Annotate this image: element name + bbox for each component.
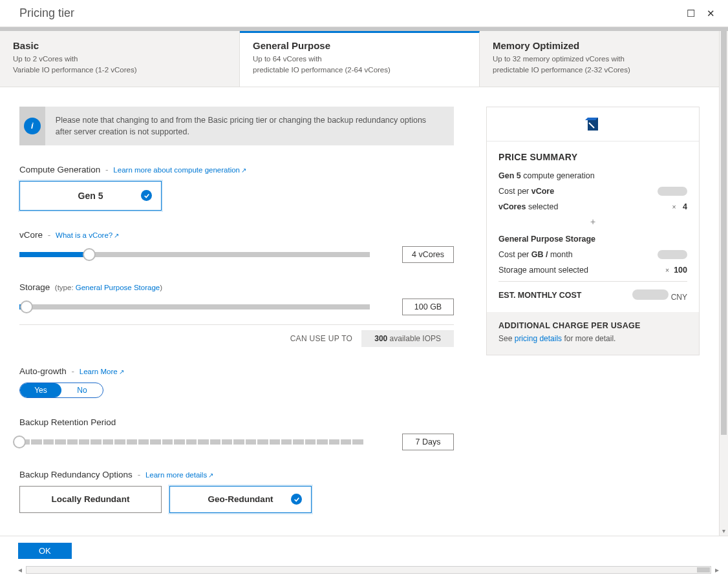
- checkmark-icon: [291, 494, 302, 505]
- autogrowth-label: Auto-growth: [19, 366, 67, 376]
- maximize-icon[interactable]: ☐: [687, 8, 695, 19]
- redacted-cost: [658, 187, 687, 196]
- redacted-cost: [632, 289, 669, 300]
- redundancy-section: Backup Redundancy Options - Learn more d…: [19, 470, 454, 513]
- ok-button[interactable]: OK: [18, 543, 72, 559]
- storage-slider[interactable]: [19, 304, 370, 309]
- info-text: Please note that changing to and from th…: [56, 107, 454, 145]
- vcore-help-link[interactable]: What is a vCore?↗: [56, 231, 119, 239]
- iops-indicator: CAN USE UP TO 300 available IOPS: [19, 324, 454, 347]
- pricing-details-link[interactable]: pricing details: [515, 334, 562, 343]
- close-icon[interactable]: ✕: [707, 8, 715, 19]
- vcore-slider[interactable]: [19, 252, 370, 257]
- autogrowth-toggle[interactable]: Yes No: [19, 383, 103, 398]
- retention-slider[interactable]: [19, 439, 370, 445]
- page-title: Pricing tier: [19, 6, 74, 20]
- retention-section: Backup Retention Period 7 Days: [19, 417, 454, 450]
- info-icon: i: [24, 118, 41, 134]
- database-icon: [585, 116, 601, 132]
- toggle-no[interactable]: No: [61, 383, 103, 397]
- compute-label: Compute Generation: [19, 165, 100, 174]
- storage-value[interactable]: 100 GB: [402, 299, 454, 315]
- checkmark-icon: [141, 190, 152, 201]
- tab-general-purpose[interactable]: General Purpose Up to 64 vCores with pre…: [240, 31, 480, 87]
- tab-general-title: General Purpose: [253, 40, 466, 51]
- gen5-option[interactable]: Gen 5: [19, 181, 162, 211]
- tier-tabs: Basic Up to 2 vCores with Variable IO pe…: [0, 31, 719, 87]
- tab-basic[interactable]: Basic Up to 2 vCores with Variable IO pe…: [0, 31, 240, 87]
- toggle-yes[interactable]: Yes: [20, 383, 61, 397]
- price-summary-card: PRICE SUMMARY Gen 5 compute generation C…: [486, 107, 700, 355]
- external-link-icon: ↗: [114, 232, 119, 239]
- storage-section: Storage (type: General Purpose Storage) …: [19, 282, 454, 347]
- additional-charge-title: ADDITIONAL CHARGE PER USAGE: [498, 321, 687, 330]
- external-link-icon: ↗: [208, 472, 213, 479]
- redundancy-learn-more-link[interactable]: Learn more details↗: [145, 471, 213, 479]
- vcore-section: vCore - What is a vCore?↗ 4 vCores: [19, 230, 454, 263]
- summary-title: PRICE SUMMARY: [498, 152, 687, 162]
- locally-redundant-option[interactable]: Locally Redundant: [19, 486, 162, 513]
- tab-basic-title: Basic: [13, 40, 226, 51]
- external-link-icon: ↗: [241, 167, 246, 174]
- geo-redundant-option[interactable]: Geo-Redundant: [169, 486, 312, 513]
- compute-generation-section: Compute Generation - Learn more about co…: [19, 165, 454, 211]
- autogrowth-learn-more-link[interactable]: Learn More↗: [80, 368, 124, 375]
- est-cost-label: EST. MONTHLY COST: [498, 291, 582, 300]
- redacted-cost: [658, 250, 687, 259]
- scroll-left-icon: ◂: [18, 565, 22, 574]
- autogrowth-section: Auto-growth - Learn More↗ Yes No: [19, 366, 454, 398]
- compute-learn-more-link[interactable]: Learn more about compute generation↗: [113, 166, 246, 174]
- tab-memory-title: Memory Optimized: [493, 40, 706, 51]
- info-banner: i Please note that changing to and from …: [19, 107, 454, 145]
- storage-type-link[interactable]: General Purpose Storage: [76, 284, 160, 291]
- scroll-right-icon: ▸: [715, 565, 719, 574]
- tab-memory-optimized[interactable]: Memory Optimized Up to 32 memory optimiz…: [480, 31, 719, 87]
- vcore-value[interactable]: 4 vCores: [402, 246, 454, 263]
- title-bar: Pricing tier ☐ ✕: [0, 0, 728, 27]
- retention-value[interactable]: 7 Days: [402, 434, 454, 450]
- vertical-scrollbar[interactable]: ▾: [719, 31, 728, 536]
- storage-label: Storage: [19, 282, 50, 292]
- vcore-label: vCore: [19, 230, 43, 240]
- retention-label: Backup Retention Period: [19, 417, 454, 427]
- external-link-icon: ↗: [119, 368, 124, 375]
- horizontal-scrollbar[interactable]: ◂ ▸: [18, 565, 719, 574]
- redundancy-label: Backup Redundancy Options: [19, 470, 133, 479]
